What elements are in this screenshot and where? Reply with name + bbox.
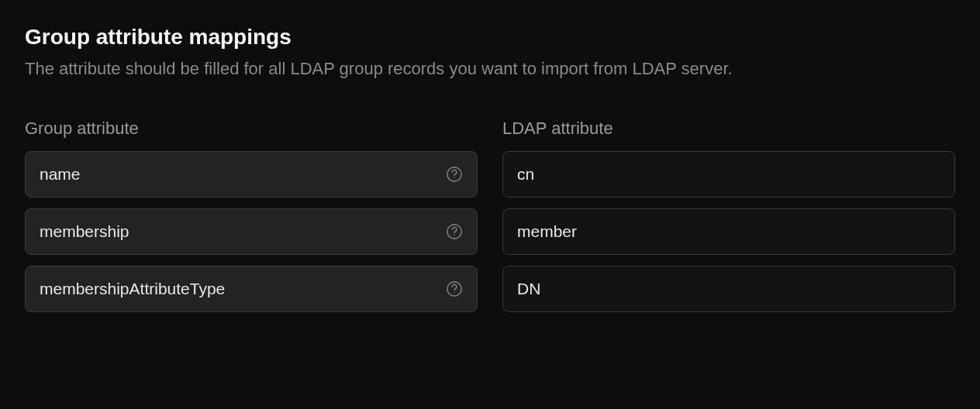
help-icon[interactable] xyxy=(446,223,463,240)
ldap-attribute-field[interactable] xyxy=(502,208,955,255)
svg-point-1 xyxy=(454,177,454,178)
group-attribute-field: name xyxy=(25,151,478,198)
group-attribute-field: membershipAttributeType xyxy=(25,266,478,312)
ldap-attribute-header: LDAP attribute xyxy=(502,119,955,139)
group-attribute-field: membership xyxy=(25,208,478,255)
help-icon[interactable] xyxy=(446,166,463,183)
ldap-attribute-input[interactable] xyxy=(517,165,940,184)
group-attribute-label: membershipAttributeType xyxy=(40,280,225,298)
ldap-attribute-input[interactable] xyxy=(517,222,940,241)
group-attribute-label: name xyxy=(40,165,81,184)
svg-point-3 xyxy=(454,235,454,235)
section-description: The attribute should be filled for all L… xyxy=(25,56,878,81)
ldap-attribute-field[interactable] xyxy=(502,151,955,198)
section-title: Group attribute mappings xyxy=(25,25,955,50)
mappings-grid: Group attribute name membership xyxy=(25,119,955,312)
group-attribute-column: Group attribute name membership xyxy=(25,119,478,312)
group-attribute-header: Group attribute xyxy=(25,119,478,139)
ldap-attribute-field[interactable] xyxy=(502,266,955,312)
group-attribute-label: membership xyxy=(40,222,129,241)
ldap-attribute-column: LDAP attribute xyxy=(502,119,955,312)
svg-point-5 xyxy=(454,292,454,293)
help-icon[interactable] xyxy=(446,280,463,297)
ldap-attribute-input[interactable] xyxy=(517,280,940,298)
